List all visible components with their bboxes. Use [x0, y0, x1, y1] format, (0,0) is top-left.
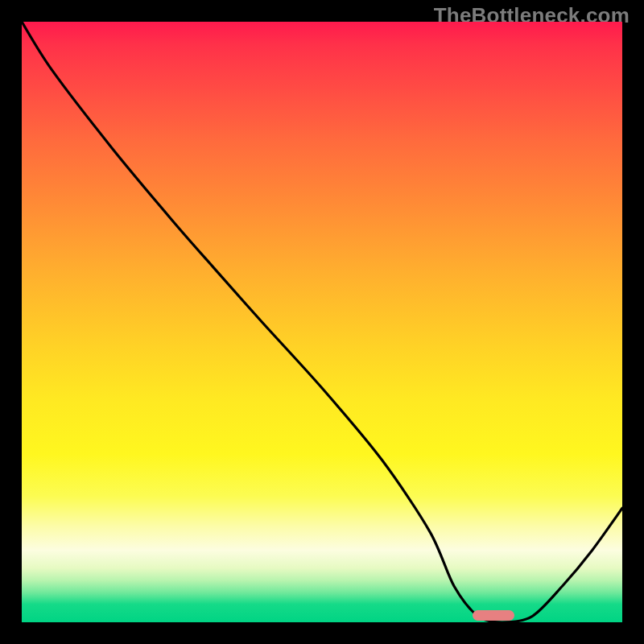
target-marker	[473, 610, 514, 621]
severity-gradient	[22, 22, 622, 622]
plot-area	[22, 22, 622, 622]
chart-frame: TheBottleneck.com	[0, 0, 644, 644]
